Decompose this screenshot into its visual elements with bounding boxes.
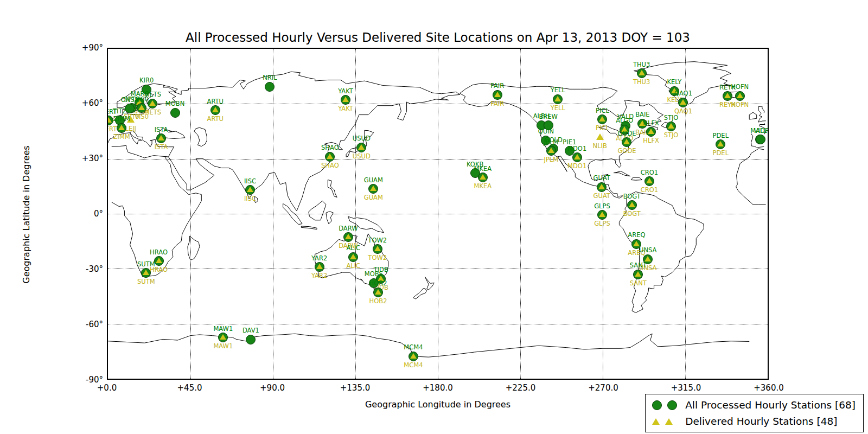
station-label-processed: BOGT [623, 194, 641, 200]
station-label-delivered: SANT [630, 280, 647, 287]
station-label-processed: MDO1 [567, 146, 586, 152]
y-axis-label: Geographic Latitude in Degrees [21, 101, 31, 329]
station-label-delivered: GODE [617, 148, 636, 155]
station-mobn: MOBN [170, 108, 180, 118]
station-label-delivered: PDEL [713, 150, 729, 157]
station-hlfx: HLFXHLFX [646, 127, 656, 137]
delivered-triangle-marker [358, 144, 365, 150]
delivered-triangle-marker [220, 334, 226, 340]
map-plot-area: KIR0MAR6MAR6METSMETSVIS0VIS0SPT0SPT0ONSA… [107, 48, 769, 380]
station-label-processed: THU3 [633, 62, 650, 68]
station-usud: USUDUSUD [356, 143, 366, 152]
station-label-processed: SUTM [137, 261, 155, 268]
station-label-delivered: HERT [107, 126, 117, 133]
yellow-triangle-icon [652, 418, 660, 425]
legend-row-circle: All Processed Hourly Stations [68] [652, 399, 856, 411]
station-maw1: MAW1MAW1 [218, 333, 228, 342]
station-zimm: ZIMMZIMM [117, 123, 126, 133]
station-dav1: DAV1 [246, 335, 256, 344]
delivered-triangle-marker [644, 256, 651, 261]
station-label-processed: YELL [551, 87, 565, 94]
station-label-processed: QUIN [538, 129, 554, 135]
station-label-processed: HOB2 [369, 280, 387, 287]
delivered-triangle-marker [375, 289, 381, 295]
delivered-triangle-marker [633, 241, 640, 246]
station-ista: ISTAISTA [156, 133, 166, 143]
station-label-processed: MOBN [165, 101, 184, 107]
station-label-processed: BREW [539, 114, 558, 120]
station-label-delivered: PICL [596, 125, 609, 132]
station-label-processed: NRIL [263, 75, 277, 81]
y-tick-label: +30° [71, 154, 103, 163]
station-label-delivered: HLFX [643, 138, 659, 144]
station-label-processed: PICL [596, 108, 609, 114]
station-label-delivered: ARTU [207, 116, 224, 123]
station-label-processed: MOBS [365, 271, 383, 278]
station-label-delivered: YAR2 [311, 273, 327, 279]
station-label-processed: TITZ [113, 108, 126, 115]
station-glps: GLPSGLPS [597, 210, 607, 220]
station-stjo: STJOSTJO [666, 122, 676, 131]
station-label-processed: IISC [244, 178, 256, 185]
legend: All Processed Hourly Stations [68]Delive… [645, 394, 864, 432]
delivered-triangle-marker [598, 184, 605, 189]
station-shao: SHAOSHAO [325, 152, 335, 162]
plot-title: All Processed Hourly Versus Delivered Si… [107, 30, 769, 44]
station-label-processed: GUAT [593, 175, 610, 182]
processed-circle-marker [246, 335, 256, 344]
station-label-delivered: TOW2 [368, 255, 387, 261]
station-label-delivered: MAW1 [213, 343, 233, 350]
station-label-processed: FAIR [490, 83, 504, 90]
coastline-path [108, 334, 749, 357]
station-label-delivered: GUAM [364, 195, 383, 201]
station-iisc: IISCIISC [245, 185, 255, 195]
station-label-processed: KIR0 [139, 78, 154, 84]
x-tick-label: +135.0 [340, 383, 371, 393]
station-label-delivered: ALIC [346, 263, 360, 270]
station-label-delivered: SUTM [137, 279, 155, 285]
station-label-delivered: MDO1 [567, 163, 586, 170]
station-yar2: YAR2YAR2 [315, 262, 324, 272]
delivered-triangle-marker [548, 148, 554, 153]
station-hob2: HOB2HOB2 [373, 288, 383, 297]
station-label-processed: HLFX [643, 120, 659, 127]
station-label-delivered: YELL [551, 105, 565, 112]
station-label-delivered: HOB2 [369, 298, 387, 305]
station-label-delivered: GLPS [594, 221, 610, 227]
circle-legend-markers [652, 400, 680, 410]
station-label-delivered: THU3 [633, 79, 650, 86]
x-tick-label: +360.0 [754, 383, 784, 393]
station-yell: YELLYELL [553, 94, 563, 104]
delivered-triangle-marker [629, 202, 635, 207]
station-jplm: JPLMJPLM [546, 146, 556, 156]
delivered-triangle-marker [158, 135, 164, 141]
station-label-processed: HRAO [150, 250, 168, 256]
processed-circle-marker [756, 135, 765, 144]
y-tick-label: -30° [71, 264, 103, 274]
station-gode: GODEGODE [622, 137, 631, 147]
delivered-triangle-marker [554, 96, 561, 101]
x-tick-label: +90.0 [260, 383, 285, 393]
station-picl: PICLPICL [597, 114, 607, 124]
station-label-processed: STJO [664, 115, 679, 122]
station-label-processed: HOFN [731, 84, 749, 91]
station-fair: FAIRFAIR [493, 90, 502, 100]
delivered-triangle-marker [350, 254, 356, 259]
y-tick-label: +60° [71, 98, 103, 108]
processed-circle-marker [170, 108, 180, 118]
delivered-triangle-marker [724, 93, 731, 98]
delivered-triangle-marker [118, 125, 125, 130]
station-label-processed: PDEL [713, 133, 729, 139]
station-label-processed: ALIC [346, 245, 360, 252]
station-tow2: TOW2TOW2 [373, 244, 382, 254]
station-darw: DARWDARW [343, 232, 353, 242]
legend-entry-label: All Processed Hourly Stations [68] [685, 399, 856, 411]
station-label-processed: SANT [630, 263, 647, 269]
station-vill: VILL [756, 135, 765, 144]
station-label-processed: ONSA [121, 97, 139, 104]
green-circle-icon [652, 400, 662, 410]
station-qaq1: QAQ1QAQ1 [678, 98, 688, 107]
coastline-path [188, 236, 200, 260]
station-label-processed: VILL [754, 128, 767, 135]
coastline-path [309, 201, 326, 220]
